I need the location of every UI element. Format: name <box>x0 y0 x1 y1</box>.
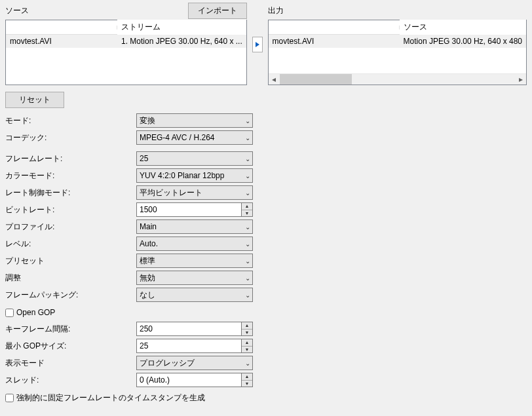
colormode-select[interactable]: YUV 4:2:0 Planar 12bpp <box>136 168 253 183</box>
table-row[interactable]: movtest.AVI 1. Motion JPEG 30.00 Hz, 640… <box>6 35 246 48</box>
tuning-label: 調整 <box>5 273 136 284</box>
spinner-down-icon[interactable]: ▼ <box>242 330 252 336</box>
source-cell-file: movtest.AVI <box>6 35 117 47</box>
source-cell-stream: 1. Motion JPEG 30.00 Hz, 640 x ... <box>117 35 246 47</box>
output-grid-header: ソース <box>269 20 526 35</box>
table-row[interactable]: movtest.AVI Motion JPEG 30.00 Hz, 640 x … <box>269 35 526 48</box>
tuning-select[interactable]: 無効 <box>136 271 253 285</box>
output-col-file[interactable] <box>269 26 400 29</box>
output-title: 出力 <box>268 5 284 16</box>
scroll-track[interactable] <box>280 74 515 85</box>
codec-select[interactable]: MPEG-4 AVC / H.264 <box>136 130 253 145</box>
keyframeinterval-spinner[interactable] <box>136 322 242 336</box>
level-label: レベル: <box>5 238 136 250</box>
output-cell-file: movtest.AVI <box>269 35 400 47</box>
framepacking-label: フレームパッキング: <box>5 290 136 301</box>
displaymode-select[interactable]: プログレッシブ <box>136 356 253 370</box>
preset-select[interactable]: 標準 <box>136 254 253 268</box>
reset-button[interactable]: リセット <box>5 92 64 108</box>
output-panel: 出力 ソース movtest.AVI Motion JPEG 30.00 Hz,… <box>268 3 527 85</box>
displaymode-label: 表示モード <box>5 358 136 369</box>
spinner-down-icon[interactable]: ▼ <box>242 210 252 217</box>
preset-label: プリセット <box>5 255 136 267</box>
scroll-left-icon[interactable]: ◂ <box>269 74 280 85</box>
opengop-checkbox[interactable] <box>5 309 14 317</box>
threads-spinner[interactable] <box>136 373 242 387</box>
output-col-source[interactable]: ソース <box>400 20 526 35</box>
level-select[interactable]: Auto. <box>136 236 253 251</box>
source-panel: ソース インポート ストリーム movtest.AVI 1. Motion JP… <box>5 3 247 85</box>
scroll-thumb[interactable] <box>280 74 352 85</box>
bitrate-spinner[interactable] <box>136 202 242 217</box>
threads-label: スレッド: <box>5 375 136 386</box>
svg-marker-0 <box>256 42 259 47</box>
bitrate-label: ビットレート: <box>5 204 136 216</box>
mingopsize-label: 最小 GOPサイズ: <box>5 341 136 352</box>
transfer-button[interactable] <box>252 37 263 52</box>
source-col-stream[interactable]: ストリーム <box>117 20 246 35</box>
ratecontrol-label: レート制御モード: <box>5 187 136 199</box>
import-button[interactable]: インポート <box>188 3 247 19</box>
scroll-right-icon[interactable]: ▸ <box>515 74 526 85</box>
spinner-up-icon[interactable]: ▲ <box>242 339 252 347</box>
ratecontrol-select[interactable]: 平均ビットレート <box>136 185 253 200</box>
codec-label: コーデック: <box>5 132 136 143</box>
output-cell-source: Motion JPEG 30.00 Hz, 640 x 480 <box>400 35 526 47</box>
framerate-select[interactable]: 25 <box>136 151 253 166</box>
source-col-file[interactable] <box>6 26 117 29</box>
source-grid-header: ストリーム <box>6 20 246 35</box>
source-title: ソース <box>5 5 29 16</box>
source-grid[interactable]: ストリーム movtest.AVI 1. Motion JPEG 30.00 H… <box>5 20 247 85</box>
spinner-up-icon[interactable]: ▲ <box>242 203 252 210</box>
spinner-down-icon[interactable]: ▼ <box>242 347 252 353</box>
spinner-up-icon[interactable]: ▲ <box>242 322 252 330</box>
forcefixed-label: 強制的に固定フレームレートのタイムスタンプを生成 <box>16 392 205 404</box>
spinner-up-icon[interactable]: ▲ <box>242 373 252 381</box>
spinner-down-icon[interactable]: ▼ <box>242 381 252 387</box>
forcefixed-checkbox[interactable] <box>5 394 14 402</box>
profile-label: プロファイル: <box>5 221 136 233</box>
mode-label: モード: <box>5 115 136 126</box>
output-grid[interactable]: ソース movtest.AVI Motion JPEG 30.00 Hz, 64… <box>268 20 527 85</box>
keyframeinterval-label: キーフレーム間隔: <box>5 324 136 335</box>
profile-select[interactable]: Main <box>136 219 253 234</box>
mingopsize-spinner[interactable] <box>136 339 242 353</box>
output-hscrollbar[interactable]: ◂ ▸ <box>269 73 526 85</box>
framerate-label: フレームレート: <box>5 153 136 164</box>
opengop-label: Open GOP <box>16 308 55 317</box>
framepacking-select[interactable]: なし <box>136 288 253 302</box>
mode-select[interactable]: 変換 <box>136 113 253 128</box>
colormode-label: カラーモード: <box>5 170 136 181</box>
